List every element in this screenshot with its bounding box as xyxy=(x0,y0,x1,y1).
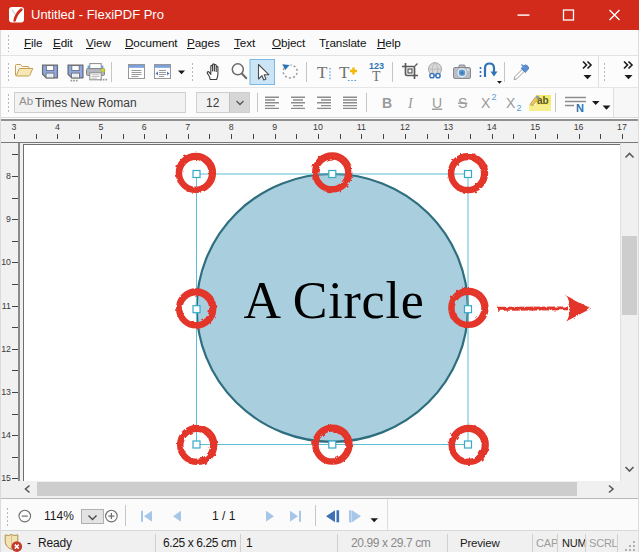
svg-text:2: 2 xyxy=(517,103,522,113)
svg-text:A Circle: A Circle xyxy=(243,272,424,329)
svg-text:2: 2 xyxy=(492,92,497,102)
svg-text:T: T xyxy=(339,63,350,82)
svg-text:T: T xyxy=(372,69,381,84)
svg-text:B: B xyxy=(382,95,392,111)
svg-text:S: S xyxy=(458,95,467,111)
svg-text:U: U xyxy=(432,95,442,111)
svg-text:X: X xyxy=(506,95,516,111)
svg-text:123: 123 xyxy=(369,61,384,71)
svg-text:I: I xyxy=(407,96,414,111)
svg-text:X: X xyxy=(481,95,491,111)
svg-text:T: T xyxy=(317,63,328,82)
svg-text:N: N xyxy=(576,102,584,114)
